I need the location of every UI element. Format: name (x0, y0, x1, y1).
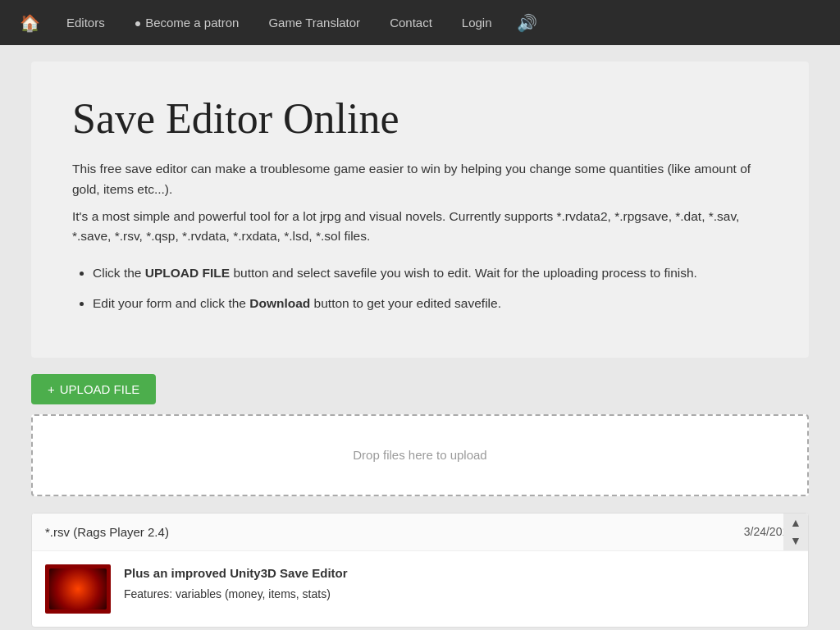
patreon-icon: ● (135, 16, 141, 30)
history-item-name: *.rsv (Rags Player 2.4) (45, 525, 169, 539)
main-container: Save Editor Online This free save editor… (18, 45, 822, 630)
features-list: Click the UPLOAD FILE button and select … (72, 263, 768, 313)
step2-bold: Download (249, 296, 310, 310)
scroll-down-button[interactable]: ▼ (788, 532, 803, 549)
home-icon[interactable]: 🏠 (8, 0, 52, 45)
drop-zone[interactable]: Drop files here to upload (31, 414, 809, 496)
nav-contact[interactable]: Contact (375, 0, 447, 45)
history-scroll-arrows: ▲ ▼ (783, 514, 808, 550)
history-desc-title: Plus an improved Unity3D Save Editor (124, 564, 348, 583)
step2-suffix: button to get your edited savefile. (310, 296, 501, 310)
game-thumb-image (49, 568, 107, 609)
step1-prefix: Click the (93, 266, 145, 280)
step1-suffix: button and select savefile you wish to e… (230, 266, 697, 280)
upload-button-label: UPLOAD FILE (60, 382, 140, 396)
history-section: *.rsv (Rags Player 2.4) 3/24/2018 ▲ ▼ Pl… (31, 513, 809, 628)
nav-login[interactable]: Login (447, 0, 507, 45)
upload-button[interactable]: + UPLOAD FILE (31, 374, 156, 404)
history-description: Plus an improved Unity3D Save Editor Fea… (124, 564, 348, 604)
history-item: *.rsv (Rags Player 2.4) 3/24/2018 ▲ ▼ (32, 514, 808, 551)
speaker-icon[interactable]: 🔊 (507, 0, 547, 45)
nav-editors[interactable]: Editors (52, 0, 120, 45)
navbar: 🏠 Editors ● Become a patron Game Transla… (0, 0, 840, 45)
upload-section: + UPLOAD FILE Drop files here to upload (31, 374, 809, 496)
nav-game-translator[interactable]: Game Translator (253, 0, 375, 45)
drop-zone-text: Drop files here to upload (353, 448, 486, 462)
description-2: It's a most simple and powerful tool for… (72, 207, 768, 248)
game-thumbnail (45, 564, 111, 614)
feature-step-1: Click the UPLOAD FILE button and select … (93, 263, 768, 282)
nav-patron[interactable]: ● Become a patron (120, 0, 254, 45)
history-desc-body: Features: variables (money, items, stats… (124, 586, 348, 603)
info-box: Save Editor Online This free save editor… (31, 62, 809, 358)
step2-prefix: Edit your form and click the (93, 296, 249, 310)
description-1: This free save editor can make a trouble… (72, 159, 768, 200)
plus-icon: + (48, 382, 55, 396)
page-title: Save Editor Online (72, 94, 768, 143)
history-content: Plus an improved Unity3D Save Editor Fea… (32, 551, 808, 627)
scroll-up-button[interactable]: ▲ (788, 514, 803, 531)
step1-bold: UPLOAD FILE (145, 266, 230, 280)
feature-step-2: Edit your form and click the Download bu… (93, 294, 768, 313)
